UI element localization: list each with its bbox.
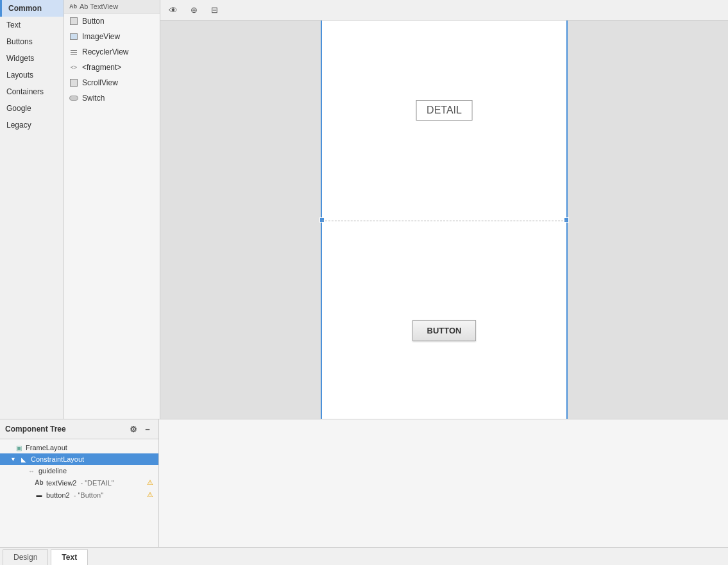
eye-button[interactable]: 👁 [165,3,181,18]
tree-item-textview2[interactable]: Ab textView2 - "DETAIL" ⚠ [0,476,158,489]
adjust-button[interactable]: ⊟ [207,3,222,18]
tree-expand-constraint: ▼ [10,456,17,462]
palette-recyclerview-label: RecyclerView [82,47,128,56]
tree-item-constraintlayout[interactable]: ▼ ◣ ConstraintLayout [0,453,158,465]
sidebar-item-text[interactable]: Text [0,17,63,33]
button-icon [69,17,78,26]
layout-top: DETAIL [322,21,566,221]
tree-label-framelayout: FrameLayout [26,444,67,451]
layout-bottom: BUTTON [322,221,566,419]
tree-label-textview2: textView2 [46,479,77,487]
minus-icon: − [145,425,150,434]
properties-panel [159,419,728,547]
palette-imageview-label: ImageView [82,32,120,41]
phone-frame: DETAIL BUTTON [321,21,568,419]
palette-item-scrollview[interactable]: ScrollView [64,75,160,90]
palette-panel: Ab Ab TextView Button ImageView Recycler… [64,0,160,419]
component-tree-toolbar: ⚙ − [128,423,153,435]
imageview-icon [69,32,78,41]
design-area: 👁 ⊕ ⊟ DETAIL [160,0,728,419]
detail-textview[interactable]: DETAIL [416,100,473,121]
sidebar-item-containers[interactable]: Containers [0,83,63,100]
gear-button[interactable]: ⚙ [128,423,139,435]
pan-icon: ⊕ [190,5,198,15]
palette-switch-label: Switch [82,94,105,103]
sidebar-item-common[interactable]: Common [0,0,63,17]
tree-item-framelayout[interactable]: ▣ FrameLayout [0,442,158,453]
tree-content: ▣ FrameLayout ▼ ◣ ConstraintLayout ↔ gui… [0,439,158,547]
component-tree-header: Component Tree ⚙ − [0,419,158,439]
split-area: Component Tree ⚙ − ▣ FrameLayout [0,419,728,547]
palette-item-switch[interactable]: Switch [64,90,160,106]
adjust-icon: ⊟ [211,5,218,15]
detail-label: DETAIL [427,105,462,115]
sidebar-item-layouts[interactable]: Layouts [0,67,63,83]
category-sidebar: Common Text Buttons Widgets Layouts Cont… [0,0,64,419]
guideline-icon: ↔ [27,468,36,475]
tree-item-button2[interactable]: ▬ button2 - "Button" ⚠ [0,489,158,501]
textview-ab-icon: Ab [69,3,77,10]
palette-item-button[interactable]: Button [64,13,160,29]
component-tree-title: Component Tree [5,425,66,434]
component-tree-panel: Component Tree ⚙ − ▣ FrameLayout [0,419,159,547]
palette-item-imageview[interactable]: ImageView [64,29,160,44]
minus-button[interactable]: − [142,423,153,435]
sidebar-item-widgets[interactable]: Widgets [0,50,63,67]
tab-design[interactable]: Design [3,549,48,565]
tree-warning-textview2: ⚠ [147,478,153,487]
bottom-panel: Component Tree ⚙ − ▣ FrameLayout [0,419,728,547]
textview2-icon: Ab [35,479,44,486]
tree-warning-button2: ⚠ [147,491,153,499]
button2-icon: ▬ [35,492,44,498]
gear-icon: ⚙ [130,425,137,434]
button-widget[interactable]: BUTTON [412,320,477,341]
sidebar-item-legacy[interactable]: Legacy [0,117,63,133]
palette-header: Ab Ab TextView [64,0,160,13]
scrollview-icon [69,78,78,87]
framelayout-icon: ▣ [14,444,23,451]
tab-text[interactable]: Text [51,549,88,565]
palette-button-label: Button [82,17,105,26]
tree-item-guideline[interactable]: ↔ guideline [0,465,158,476]
eye-icon: 👁 [169,5,178,15]
sidebar-item-google[interactable]: Google [0,100,63,117]
fragment-icon: <> [69,63,78,72]
constraintlayout-icon: ◣ [19,456,28,463]
palette-header-label: Ab TextView [80,3,118,10]
design-toolbar: 👁 ⊕ ⊟ [160,0,728,21]
tree-label-constraintlayout: ConstraintLayout [31,455,84,463]
pan-button[interactable]: ⊕ [186,3,201,18]
bottom-tabs: Design Text [0,547,728,565]
palette-item-fragment[interactable]: <> <fragment> [64,60,160,75]
palette-scrollview-label: ScrollView [82,78,118,87]
button-label: BUTTON [427,326,462,335]
tree-label-guideline: guideline [38,467,67,475]
main-area: Common Text Buttons Widgets Layouts Cont… [0,0,728,419]
palette-item-recyclerview[interactable]: RecyclerView [64,44,160,60]
tree-suffix-button2: - "Button" [74,491,103,499]
sidebar-item-buttons[interactable]: Buttons [0,33,63,50]
tree-label-button2: button2 [46,491,70,499]
recyclerview-icon [69,47,78,56]
palette-fragment-label: <fragment> [82,63,121,72]
tree-suffix-textview2: - "DETAIL" [81,479,114,487]
canvas-container[interactable]: DETAIL BUTTON [160,21,728,419]
switch-icon [69,94,78,103]
